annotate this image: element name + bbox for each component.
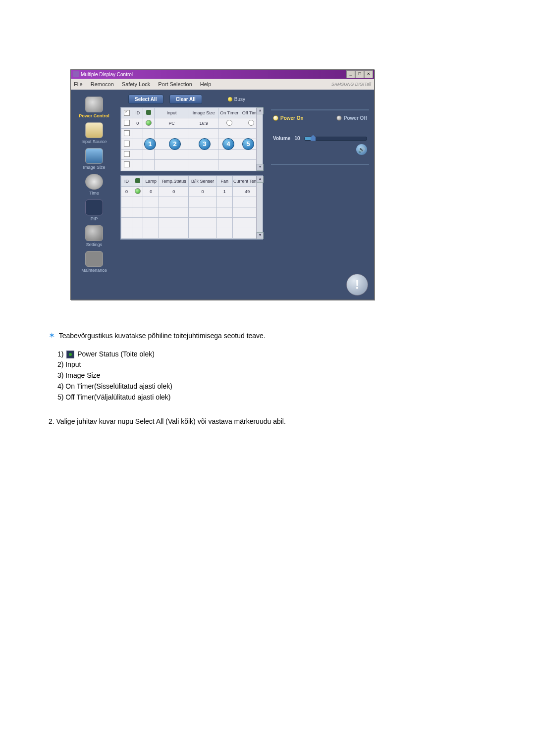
sidebar-item-settings[interactable]: Settings bbox=[71, 225, 117, 247]
sidebar-item-input[interactable]: Input Source bbox=[71, 122, 117, 144]
sidebar-item-power[interactable]: Power Control bbox=[71, 97, 117, 118]
list-item: 3) Image Size bbox=[57, 370, 405, 381]
power-off-button[interactable]: Power Off bbox=[336, 115, 367, 121]
scroll-up-icon[interactable]: ▴ bbox=[257, 176, 264, 183]
volume-slider[interactable] bbox=[304, 137, 367, 141]
col-check bbox=[121, 108, 132, 118]
table-row[interactable] bbox=[121, 197, 263, 207]
table-row[interactable] bbox=[121, 139, 263, 150]
cell-input: PC bbox=[154, 118, 189, 129]
settings-icon bbox=[85, 225, 103, 241]
table-row[interactable] bbox=[121, 150, 263, 160]
power-off-label: Power Off bbox=[344, 115, 367, 121]
status-dot-icon bbox=[146, 120, 152, 126]
table-row[interactable] bbox=[121, 160, 263, 170]
app-window: Multiple Display Control _ □ × File Remo… bbox=[70, 69, 374, 300]
row-checkbox[interactable] bbox=[124, 120, 130, 126]
intro-text: Teabevõrgustikus kuvatakse põhiline toit… bbox=[59, 332, 266, 340]
scroll-down-icon[interactable]: ▾ bbox=[257, 232, 264, 239]
sidebar-item-time[interactable]: Time bbox=[71, 174, 117, 196]
input-icon bbox=[85, 122, 103, 138]
title-bar: Multiple Display Control _ □ × bbox=[71, 70, 374, 79]
status-grid: ID Lamp Temp.Status B/R Senser Fan Curre… bbox=[120, 175, 263, 240]
table-row[interactable] bbox=[121, 218, 263, 228]
imagesize-icon bbox=[85, 148, 103, 164]
cell-lamp: 0 bbox=[143, 187, 159, 197]
sidebar-label: Image Size bbox=[71, 165, 117, 170]
menu-portselection[interactable]: Port Selection bbox=[158, 81, 192, 87]
menu-file[interactable]: File bbox=[74, 81, 83, 87]
maintenance-icon bbox=[85, 251, 103, 267]
table-row[interactable] bbox=[121, 228, 263, 239]
sidebar-item-maintenance[interactable]: Maintenance bbox=[71, 251, 117, 273]
app-icon bbox=[73, 71, 79, 77]
display-grid: ID Input Image Size On Timer Off Timer 0… bbox=[120, 107, 263, 171]
pip-icon bbox=[85, 200, 103, 215]
info-bubble-wrap: ! bbox=[346, 274, 368, 296]
info-icon[interactable]: ! bbox=[346, 274, 368, 296]
sidebar-item-imagesize[interactable]: Image Size bbox=[71, 148, 117, 170]
power-status-icon bbox=[66, 351, 74, 358]
sidebar-item-pip[interactable]: PIP bbox=[71, 200, 117, 221]
col-tempstatus: Temp.Status bbox=[159, 176, 189, 187]
power-on-button[interactable]: Power On bbox=[273, 115, 304, 121]
col-brsenser: B/R Senser bbox=[189, 176, 216, 187]
table-row[interactable] bbox=[121, 129, 263, 139]
col-input: Input bbox=[154, 108, 189, 118]
volume-row: Volume 10 bbox=[273, 136, 367, 141]
power-off-dot-icon bbox=[336, 115, 342, 121]
cell-id: 0 bbox=[121, 187, 132, 197]
sidebar-label: Settings bbox=[71, 242, 117, 247]
list-item: 5) Off Timer(Väljalülitatud ajasti olek) bbox=[57, 392, 405, 403]
power-icon bbox=[85, 97, 103, 112]
select-all-button[interactable]: Select All bbox=[128, 95, 163, 104]
busy-indicator: Busy bbox=[228, 97, 245, 102]
scroll-down-icon[interactable]: ▾ bbox=[257, 164, 264, 171]
busy-dot-icon bbox=[228, 97, 232, 101]
right-panel: Power On Power Off Volume 10 bbox=[266, 90, 374, 300]
window-title: Multiple Display Control bbox=[81, 72, 133, 77]
cell-brsenser: 0 bbox=[189, 187, 216, 197]
cell-imagesize: 16:9 bbox=[189, 118, 218, 129]
menu-remocon[interactable]: Remocon bbox=[91, 81, 114, 87]
menu-bar: File Remocon Safety Lock Port Selection … bbox=[71, 79, 374, 90]
table-row[interactable]: 0 PC 16:9 bbox=[121, 118, 263, 129]
time-icon bbox=[85, 174, 103, 190]
menu-safetylock[interactable]: Safety Lock bbox=[122, 81, 150, 87]
sidebar: Power Control Input Source Image Size Ti… bbox=[71, 90, 117, 300]
document-text: ✶ Teabevõrgustikus kuvatakse põhiline to… bbox=[49, 330, 405, 427]
star-icon: ✶ bbox=[49, 330, 55, 342]
cell-tempstatus: 0 bbox=[159, 187, 189, 197]
list-item: 2) Input bbox=[57, 359, 405, 370]
col-id: ID bbox=[132, 108, 143, 118]
volume-label: Volume bbox=[273, 136, 290, 141]
center-panel: Select All Clear All Busy bbox=[117, 90, 266, 300]
volume-value: 10 bbox=[294, 136, 300, 141]
clear-all-button[interactable]: Clear All bbox=[169, 95, 202, 104]
busy-label: Busy bbox=[234, 97, 245, 102]
table-row[interactable] bbox=[121, 207, 263, 218]
brand-label: SAMSUNG DIGITall bbox=[331, 82, 371, 87]
speaker-icon[interactable]: 🔊 bbox=[356, 144, 367, 155]
scrollbar[interactable]: ▴ ▾ bbox=[256, 107, 263, 171]
col-imagesize: Image Size bbox=[189, 108, 218, 118]
minimize-button[interactable]: _ bbox=[346, 70, 355, 78]
power-on-dot-icon bbox=[273, 115, 278, 121]
volume-thumb[interactable] bbox=[311, 135, 316, 141]
list-item: 4) On Timer(Sisselülitatud ajasti olek) bbox=[57, 381, 405, 392]
table-row[interactable]: 0 0 0 0 1 49 bbox=[121, 187, 263, 197]
sidebar-label: Input Source bbox=[71, 139, 117, 144]
scroll-up-icon[interactable]: ▴ bbox=[257, 107, 264, 114]
col-id: ID bbox=[121, 176, 132, 187]
offtimer-radio bbox=[248, 120, 254, 126]
status-dot-icon bbox=[135, 188, 141, 194]
menu-help[interactable]: Help bbox=[200, 81, 212, 87]
sidebar-label: Power Control bbox=[71, 113, 117, 118]
col-fan: Fan bbox=[216, 176, 232, 187]
cell-id: 0 bbox=[132, 118, 143, 129]
list-item: 1) Power Status (Toite olek) bbox=[57, 349, 405, 360]
sidebar-label: Time bbox=[71, 191, 117, 196]
maximize-button[interactable]: □ bbox=[355, 70, 364, 78]
scrollbar[interactable]: ▴ ▾ bbox=[256, 176, 263, 239]
close-button[interactable]: × bbox=[364, 70, 373, 78]
